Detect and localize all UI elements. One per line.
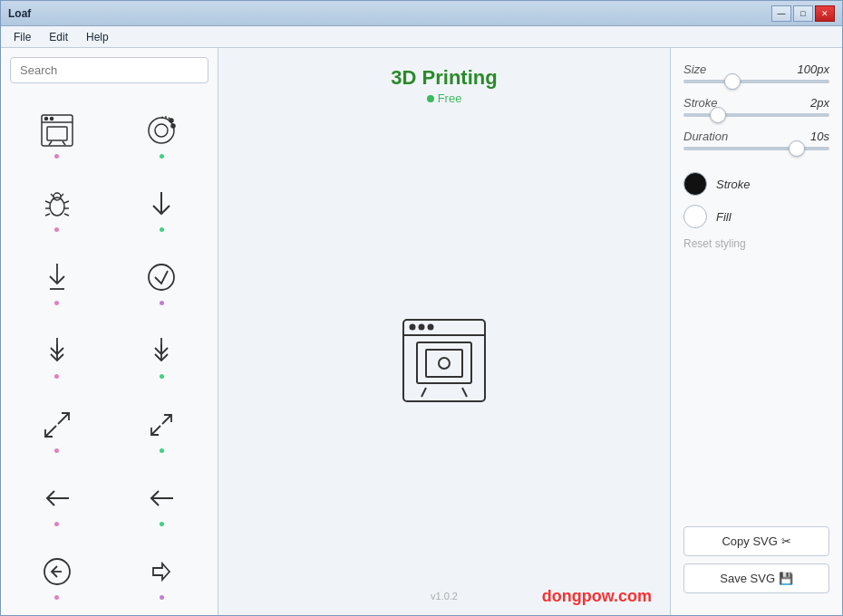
svg-rect-41 [426, 350, 462, 377]
spacer [683, 265, 829, 526]
icon-subtitle: Free [427, 91, 462, 105]
svg-point-10 [171, 124, 175, 128]
duration-slider[interactable] [683, 147, 829, 150]
svg-point-12 [53, 193, 61, 200]
stroke-row: Stroke 2px [683, 96, 829, 110]
icon-dot [54, 374, 59, 379]
list-item[interactable] [5, 244, 110, 317]
main-content: 3D Printing Free v1 [1, 48, 842, 615]
svg-line-14 [61, 194, 63, 197]
size-label: Size [683, 63, 706, 76]
svg-point-9 [170, 119, 173, 122]
list-item[interactable] [110, 96, 215, 169]
icon-dot [160, 595, 164, 600]
right-panel: Size 100px Stroke 2px Duration 10s [670, 48, 842, 615]
save-svg-button[interactable]: Save SVG 💾 [683, 563, 829, 593]
app-window: Loaf — □ ✕ File Edit Help [0, 0, 843, 616]
duration-value: 10s [810, 130, 829, 143]
list-item[interactable] [5, 169, 110, 243]
svg-line-16 [64, 201, 69, 203]
svg-marker-37 [153, 563, 170, 580]
svg-point-46 [420, 324, 424, 329]
icon-grid [1, 92, 218, 615]
list-item[interactable] [5, 390, 110, 464]
search-input[interactable] [10, 57, 208, 83]
icon-dot [54, 522, 59, 526]
duration-thumb[interactable] [789, 140, 805, 157]
svg-line-3 [49, 141, 52, 145]
title-bar: Loaf — □ ✕ [1, 1, 842, 26]
icon-dot [54, 154, 59, 159]
svg-line-43 [422, 388, 426, 397]
icon-dot [160, 374, 164, 379]
minimize-button[interactable]: — [771, 5, 791, 22]
preview-area [237, 123, 652, 597]
left-panel [1, 48, 218, 615]
duration-label: Duration [683, 130, 728, 143]
icon-dot [54, 227, 59, 232]
list-item[interactable] [110, 169, 215, 243]
reset-styling-button[interactable]: Reset styling [683, 237, 829, 250]
free-label: Free [438, 91, 462, 105]
fill-color-label: Fill [716, 210, 732, 224]
stroke-value: 2px [810, 96, 829, 110]
svg-line-29 [45, 426, 56, 437]
icon-dot [54, 595, 59, 600]
icon-title: 3D Printing [391, 66, 497, 90]
menu-edit[interactable]: Edit [40, 29, 77, 45]
size-row: Size 100px [683, 63, 829, 76]
size-thumb[interactable] [724, 73, 741, 90]
menu-bar: File Edit Help [1, 26, 842, 48]
stroke-color-row: Stroke [683, 172, 829, 196]
svg-line-32 [162, 415, 171, 424]
svg-line-4 [63, 141, 65, 145]
svg-line-30 [58, 413, 69, 424]
icon-dot [54, 448, 59, 453]
list-item[interactable] [5, 317, 110, 390]
size-slider[interactable] [683, 80, 829, 83]
icon-dot [160, 301, 164, 305]
version-text: v1.0.2 [431, 591, 458, 602]
svg-point-24 [149, 265, 174, 290]
stroke-thumb[interactable] [710, 107, 726, 123]
svg-line-44 [462, 388, 467, 397]
menu-help[interactable]: Help [77, 29, 118, 45]
fill-color-row: Fill [683, 205, 829, 228]
preview-svg [399, 315, 489, 406]
fill-color-swatch[interactable] [683, 205, 707, 228]
svg-line-31 [151, 426, 160, 435]
stroke-slider[interactable] [683, 113, 829, 117]
size-value: 100px [798, 63, 829, 76]
svg-rect-2 [47, 127, 67, 140]
stroke-color-swatch[interactable] [683, 172, 707, 196]
svg-point-5 [44, 117, 47, 120]
window-controls: — □ ✕ [771, 5, 835, 22]
list-item[interactable] [5, 464, 110, 537]
maximize-button[interactable]: □ [793, 5, 813, 22]
free-dot [427, 95, 434, 102]
svg-point-45 [411, 324, 415, 329]
list-item[interactable] [110, 538, 215, 611]
list-item[interactable] [110, 244, 215, 317]
list-item[interactable] [110, 317, 215, 390]
watermark-text: dongpow.com [542, 587, 652, 606]
svg-line-15 [45, 201, 50, 203]
svg-point-42 [439, 358, 450, 369]
list-item[interactable] [5, 538, 110, 611]
svg-line-19 [45, 214, 50, 216]
list-item[interactable] [110, 390, 215, 464]
svg-point-6 [50, 117, 53, 120]
svg-point-47 [429, 324, 433, 329]
icon-dot [160, 522, 164, 526]
icon-dot [160, 227, 164, 232]
close-button[interactable]: ✕ [815, 5, 835, 22]
list-item[interactable] [110, 464, 215, 537]
copy-svg-button[interactable]: Copy SVG ✂ [683, 526, 829, 556]
svg-rect-38 [403, 320, 485, 401]
svg-line-13 [51, 194, 53, 197]
icon-dot [160, 448, 164, 453]
svg-point-8 [155, 124, 168, 137]
list-item[interactable] [5, 96, 110, 169]
center-panel: 3D Printing Free v1 [218, 48, 670, 615]
menu-file[interactable]: File [5, 29, 40, 45]
